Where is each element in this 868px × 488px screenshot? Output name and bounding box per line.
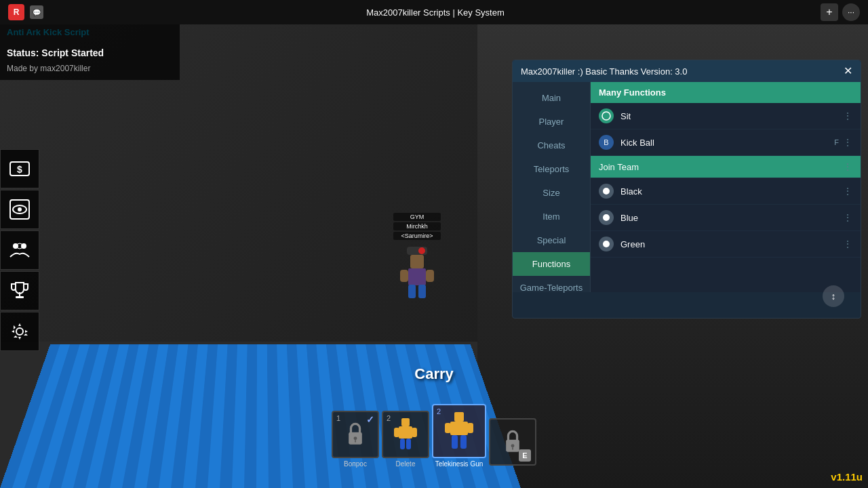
function-item-kick-ball[interactable]: B Kick Ball F ⋮ <box>591 129 861 156</box>
join-team-label: Join Team <box>599 162 843 172</box>
kick-ball-label: Kick Ball <box>620 138 834 148</box>
svg-rect-27 <box>401 418 410 426</box>
slot-3-number: 2 <box>437 407 441 415</box>
svg-rect-36 <box>467 423 473 433</box>
function-item-green[interactable]: Green ⋮ <box>591 231 861 258</box>
svg-rect-31 <box>400 439 405 449</box>
svg-rect-35 <box>445 423 451 433</box>
hotbar-slot-3-box[interactable]: 2 <box>432 404 486 458</box>
top-bar: R 💬 Max2007killer Scripts | Key System +… <box>0 0 868 24</box>
svg-point-22 <box>603 214 610 221</box>
black-label: Black <box>620 186 843 197</box>
players-icon-button[interactable] <box>0 230 39 270</box>
player-label-line2: Mirchkh <box>393 222 441 230</box>
character-delete-icon <box>392 418 419 451</box>
panel-nav: Main Player Cheats Teleports Size Item S… <box>513 82 591 292</box>
green-options[interactable]: ⋮ <box>843 239 852 249</box>
black-options[interactable]: ⋮ <box>843 186 852 197</box>
settings-icon-button[interactable] <box>0 312 39 351</box>
add-button[interactable]: + <box>821 3 838 21</box>
svg-point-25 <box>354 436 357 440</box>
menu-dots-button[interactable]: ··· <box>842 3 860 21</box>
money-icon-button[interactable]: $ <box>0 149 39 188</box>
function-item-sit[interactable]: Sit ⋮ <box>591 103 861 129</box>
game-character: GYM Mirchkh <Sarumire> <box>393 213 441 305</box>
player-label-line1: GYM <box>393 213 441 221</box>
telekinesis-gun-icon <box>442 412 476 450</box>
sit-label: Sit <box>620 111 843 121</box>
left-icons-panel: $ <box>0 149 39 351</box>
hotbar-slot-1-box[interactable]: 1 ✓ <box>332 411 379 458</box>
svg-rect-19 <box>418 285 426 298</box>
lock-icon-1 <box>343 422 368 447</box>
slot-2-label: Delete <box>396 460 416 468</box>
left-panel: Status: Script Started Made by max2007ki… <box>0 24 180 80</box>
nav-player[interactable]: Player <box>513 110 590 134</box>
svg-rect-15 <box>408 268 426 285</box>
svg-point-10 <box>16 328 23 335</box>
svg-rect-34 <box>450 422 468 435</box>
blue-options[interactable]: ⋮ <box>843 212 852 223</box>
top-bar-title: Max2007killer Scripts | Key System <box>50 7 821 18</box>
svg-rect-9 <box>16 296 24 298</box>
svg-rect-30 <box>412 428 417 437</box>
slot-3-label: Telekinesis Gun <box>435 460 484 468</box>
hotbar-slot-4-box[interactable]: E <box>489 418 536 466</box>
blue-label: Blue <box>620 213 843 223</box>
function-item-black[interactable]: Black ⋮ <box>591 178 861 205</box>
green-icon <box>599 237 614 251</box>
panel-close-button[interactable]: ✕ <box>844 66 852 77</box>
panel-header: Max2007killer :) Basic Thanks Version: 3… <box>513 60 861 82</box>
nav-special[interactable]: Special <box>513 228 590 252</box>
slot-2-number: 2 <box>387 414 391 422</box>
svg-rect-37 <box>452 435 458 449</box>
svg-rect-29 <box>394 428 399 437</box>
svg-text:$: $ <box>17 164 22 175</box>
svg-point-13 <box>418 247 425 254</box>
scroll-down-button[interactable]: ↕ <box>823 285 844 307</box>
nav-game-teleports[interactable]: Game-Teleports <box>513 276 590 300</box>
blue-icon <box>599 210 614 225</box>
nav-teleports[interactable]: Teleports <box>513 157 590 181</box>
eye-icon-button[interactable] <box>0 190 39 229</box>
svg-rect-16 <box>400 270 408 282</box>
svg-point-20 <box>602 112 610 120</box>
green-label: Green <box>620 239 843 249</box>
hotbar-slot-4: E <box>489 418 536 468</box>
character-sprite <box>393 241 441 302</box>
slot-1-number: 1 <box>336 414 340 422</box>
join-team-options[interactable]: ⋮ <box>843 161 852 172</box>
sit-options[interactable]: ⋮ <box>843 110 852 121</box>
trophy-icon-button[interactable] <box>0 271 39 310</box>
made-by-text: Made by max2007killer <box>7 64 173 73</box>
function-item-join-team[interactable]: Join Team ⋮ <box>591 156 861 178</box>
slot-1-label: Вопрос <box>344 460 367 468</box>
black-icon <box>599 184 614 199</box>
nav-cheats[interactable]: Cheats <box>513 134 590 157</box>
hotbar-slot-1: 1 ✓ Вопрос <box>332 411 379 468</box>
nav-size[interactable]: Size <box>513 181 590 205</box>
nav-main[interactable]: Main <box>513 86 590 110</box>
svg-point-21 <box>603 188 610 195</box>
svg-point-40 <box>511 444 515 447</box>
nav-functions[interactable]: Functions <box>513 252 590 276</box>
svg-rect-32 <box>406 439 411 449</box>
svg-rect-33 <box>454 412 464 422</box>
panel-title: Max2007killer :) Basic Thanks Version: 3… <box>521 66 687 77</box>
status-text: Status: Script Started <box>7 47 173 58</box>
kick-ball-options[interactable]: ⋮ <box>843 137 852 148</box>
svg-rect-17 <box>426 270 434 282</box>
sit-icon <box>599 108 614 123</box>
script-panel: Max2007killer :) Basic Thanks Version: 3… <box>512 60 861 319</box>
hotbar: 1 ✓ Вопрос 2 Delete <box>332 404 536 468</box>
svg-rect-38 <box>460 435 467 449</box>
hotbar-slot-2-box[interactable]: 2 <box>382 411 429 458</box>
panel-content: Many Functions Sit ⋮ B Kick Ball F ⋮ Joi… <box>591 82 861 292</box>
kick-ball-icon: B <box>599 135 614 150</box>
function-item-blue[interactable]: Blue ⋮ <box>591 205 861 231</box>
panel-body: Main Player Cheats Teleports Size Item S… <box>513 82 861 292</box>
hotbar-slot-3: 2 Telekinesis Gun <box>432 404 486 468</box>
section-header-many-functions: Many Functions <box>591 82 861 103</box>
roblox-logo: R <box>8 4 24 20</box>
nav-item[interactable]: Item <box>513 205 590 228</box>
